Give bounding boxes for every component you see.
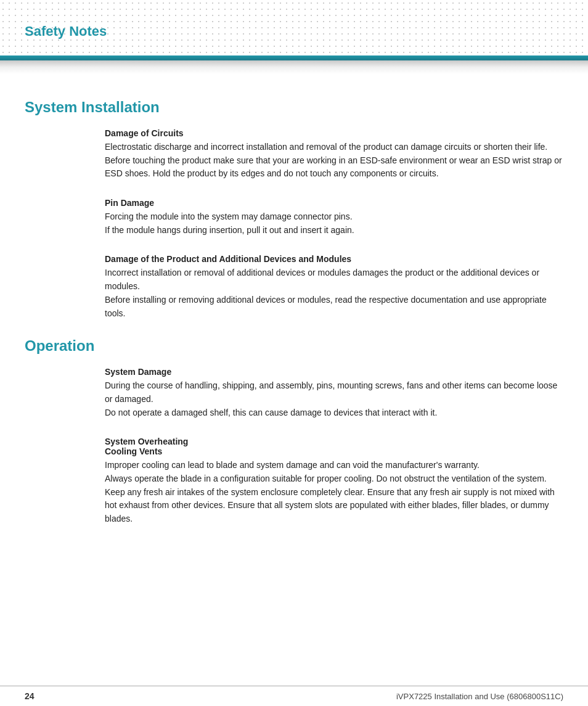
note-body-3: Incorrect installation or removal of add… [105, 266, 563, 320]
note-damage-product: Damage of the Product and Additional Dev… [105, 254, 563, 320]
note-system-overheating: System OverheatingCooling Vents Improper… [105, 437, 563, 525]
footer-page-number: 24 [25, 691, 35, 701]
note-body-5: Improper cooling can lead to blade and s… [105, 459, 563, 525]
footer: 24 iVPX7225 Installation and Use (680680… [0, 686, 588, 706]
section-heading-operation: Operation [25, 337, 563, 355]
note-system-damage: System Damage During the course of handl… [105, 367, 563, 419]
section-system-installation: System Installation Damage of Circuits E… [25, 99, 563, 320]
note-body-4: During the course of handling, shipping,… [105, 379, 563, 419]
note-title-1: Damage of Circuits [105, 128, 563, 138]
section-operation: Operation System Damage During the cours… [25, 337, 563, 526]
note-body-2: Forcing the module into the system may d… [105, 210, 563, 237]
blue-separator-bar [0, 55, 588, 60]
header: Safety Notes [0, 0, 588, 55]
note-title-2: Pin Damage [105, 198, 563, 208]
note-title-3: Damage of the Product and Additional Dev… [105, 254, 563, 264]
note-body-1: Electrostatic discharge and incorrect in… [105, 141, 563, 181]
header-title-bar: Safety Notes [0, 18, 588, 44]
page-title: Safety Notes [25, 23, 107, 39]
main-content: System Installation Damage of Circuits E… [0, 74, 588, 568]
note-title-4: System Damage [105, 367, 563, 377]
section-heading-system-installation: System Installation [25, 99, 563, 116]
note-title-5: System OverheatingCooling Vents [105, 437, 563, 456]
footer-document-name: iVPX7225 Installation and Use (6806800S1… [396, 692, 563, 701]
gray-divider [0, 60, 588, 74]
note-pin-damage: Pin Damage Forcing the module into the s… [105, 198, 563, 237]
note-damage-of-circuits: Damage of Circuits Electrostatic dischar… [105, 128, 563, 181]
